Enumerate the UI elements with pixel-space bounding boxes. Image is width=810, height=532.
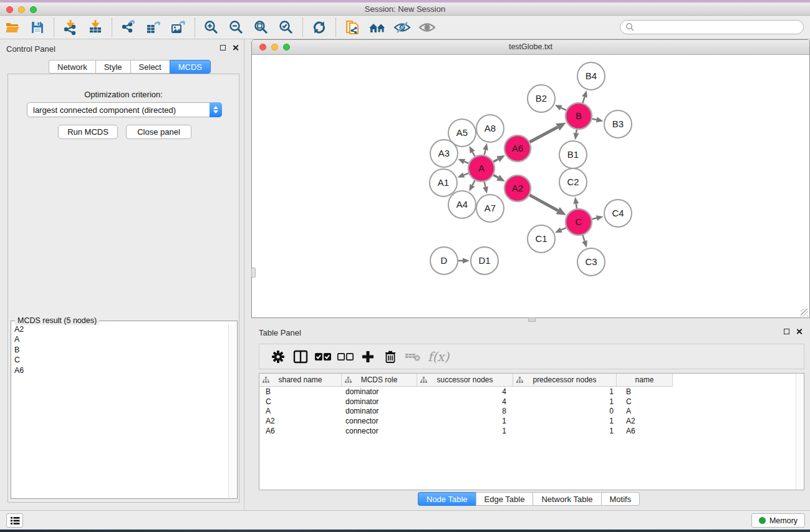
zoom-in-icon[interactable] (201, 18, 222, 37)
result-list-scrollbar[interactable] (228, 324, 236, 498)
eye-slash-icon[interactable] (392, 18, 413, 37)
refresh-layout-icon[interactable] (309, 18, 330, 37)
table-tab-edge-table[interactable]: Edge Table (476, 492, 533, 506)
add-column-icon[interactable] (359, 348, 377, 365)
table-cell[interactable]: 1 (513, 387, 617, 396)
graph-node-A2[interactable]: A2 (504, 175, 531, 201)
table-cell[interactable]: 1 (513, 397, 617, 406)
table-cell[interactable]: 1 (513, 427, 617, 435)
graph-edge-A-A7[interactable] (483, 181, 488, 193)
clone-network-icon[interactable] (342, 18, 363, 37)
table-cell[interactable]: A2 (617, 417, 673, 425)
graph-node-A3[interactable]: A3 (430, 140, 458, 167)
graph-node-C4[interactable]: C4 (604, 200, 632, 227)
graph-edge-D-D1[interactable] (458, 258, 470, 264)
split-pane-handle[interactable] (528, 317, 536, 322)
table-cell[interactable]: 8 (417, 407, 513, 415)
graph-node-B2[interactable]: B2 (528, 85, 555, 112)
deselect-all-checkboxes-icon[interactable] (336, 348, 355, 365)
close-panel-icon[interactable] (232, 44, 239, 51)
graph-node-A6[interactable]: A6 (504, 135, 531, 162)
table-cell[interactable]: A6 (259, 427, 342, 435)
table-settings-gear-icon[interactable] (269, 348, 287, 365)
table-cell[interactable]: 0 (513, 407, 617, 415)
table-row-A6[interactable]: A6connector11A6 (259, 426, 796, 436)
table-cell[interactable]: 4 (417, 397, 513, 406)
import-table-icon[interactable] (85, 18, 106, 37)
graph-edge-C-C1[interactable] (555, 228, 566, 233)
table-cell[interactable]: connector (342, 417, 417, 425)
table-cell[interactable]: dominator (342, 407, 417, 415)
column-header-name[interactable]: name (617, 374, 673, 386)
search-field[interactable] (620, 20, 804, 34)
mcds-result-item[interactable]: A6 (12, 365, 228, 375)
float-panel-icon[interactable] (220, 45, 226, 51)
graph-edge-A6-B[interactable] (529, 123, 566, 142)
float-table-panel-icon[interactable] (784, 329, 789, 334)
control-tab-style[interactable]: Style (95, 60, 130, 74)
table-cell[interactable]: A (259, 407, 342, 415)
search-input[interactable] (635, 22, 803, 33)
graph-edge-A-A6[interactable] (493, 155, 505, 162)
graph-edge-A-A3[interactable] (458, 159, 468, 164)
zoom-out-icon[interactable] (226, 18, 247, 37)
close-table-panel-icon[interactable] (796, 328, 803, 335)
table-cell[interactable]: A (617, 407, 673, 415)
save-session-icon[interactable] (27, 18, 48, 37)
table-tab-node-table[interactable]: Node Table (418, 492, 476, 506)
graph-edge-B-B2[interactable] (555, 105, 566, 110)
table-cell[interactable]: B (259, 387, 342, 396)
graph-edge-C-C4[interactable] (592, 215, 603, 221)
zoom-fit-icon[interactable] (251, 18, 272, 37)
houses-icon[interactable] (367, 18, 388, 37)
table-cell[interactable]: 1 (513, 417, 617, 425)
graph-node-C1[interactable]: C1 (528, 225, 555, 253)
graph-node-A1[interactable]: A1 (430, 169, 457, 196)
control-tab-mcds[interactable]: MCDS (170, 60, 211, 74)
table-cell[interactable]: C (617, 397, 673, 406)
table-cell[interactable]: 4 (417, 387, 513, 396)
import-network-icon[interactable] (60, 18, 81, 37)
select-all-checkboxes-icon[interactable] (314, 348, 332, 365)
table-cell[interactable]: dominator (342, 397, 417, 406)
column-header-MCDS-role[interactable]: MCDS role (342, 374, 417, 386)
table-cell[interactable]: A6 (617, 427, 673, 435)
optimization-criterion-select[interactable]: largest connected component (directed) (27, 102, 222, 117)
zoom-selected-icon[interactable] (276, 18, 297, 37)
graph-edge-A-A1[interactable] (457, 172, 468, 177)
control-tab-select[interactable]: Select (130, 60, 170, 74)
open-session-icon[interactable] (2, 18, 23, 37)
table-row-C[interactable]: Cdominator41C (259, 397, 796, 407)
graph-node-B3[interactable]: B3 (604, 110, 632, 138)
delete-column-trash-icon[interactable] (381, 348, 400, 365)
table-cell[interactable]: 1 (417, 417, 513, 425)
graph-node-B[interactable]: B (566, 103, 592, 129)
table-row-A2[interactable]: A2connector11A2 (259, 416, 796, 426)
canvas-left-scrollbar-thumb[interactable] (251, 268, 256, 278)
table-tab-motifs[interactable]: Motifs (601, 492, 640, 506)
graph-node-C2[interactable]: C2 (559, 168, 587, 196)
table-row-A[interactable]: Adominator80A (259, 407, 796, 417)
eye-icon[interactable] (417, 18, 438, 37)
table-cell[interactable]: 1 (417, 427, 513, 435)
graph-edge-C-C3[interactable] (582, 235, 587, 248)
graph-node-A4[interactable]: A4 (448, 191, 476, 218)
node-table-scrollbar[interactable] (796, 374, 804, 490)
table-tab-network-table[interactable]: Network Table (533, 492, 600, 506)
table-cell[interactable]: C (259, 397, 342, 406)
export-image-icon[interactable] (168, 18, 189, 37)
graph-node-C3[interactable]: C3 (577, 248, 605, 276)
close-panel-button[interactable]: Close panel (126, 125, 191, 139)
column-header-successor-nodes[interactable]: successor nodes (417, 374, 513, 386)
mcds-result-item[interactable]: A (12, 334, 228, 344)
network-window-titlebar[interactable]: testGlobe.txt (252, 40, 809, 55)
task-history-button[interactable] (6, 513, 23, 528)
column-header-shared-name[interactable]: shared name (259, 374, 342, 386)
graph-edge-A2-C[interactable] (529, 195, 566, 215)
network-canvas[interactable]: B4B2BB3A8A5A6A3B1AA1C2A2A4A7C4CC1C3DD1 (253, 56, 809, 317)
column-header-predecessor-nodes[interactable]: predecessor nodes (513, 374, 617, 386)
table-cell[interactable]: B (617, 387, 673, 396)
graph-edge-B-B4[interactable] (582, 90, 587, 103)
graph-node-A8[interactable]: A8 (476, 115, 504, 142)
graph-node-D1[interactable]: D1 (471, 247, 498, 274)
